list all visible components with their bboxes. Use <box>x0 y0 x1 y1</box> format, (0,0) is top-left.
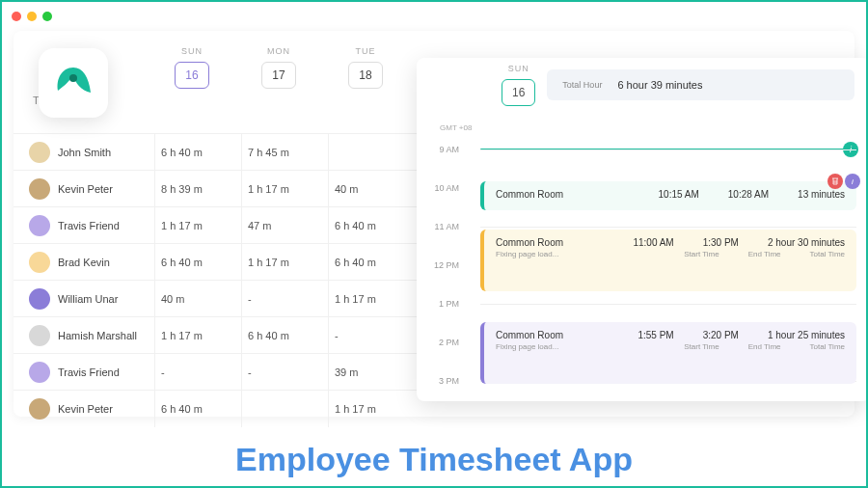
employee-name: Kevin Peter <box>58 183 154 195</box>
summary-label: Total Hour <box>562 80 602 90</box>
time-cell: 40 m <box>328 171 415 207</box>
hour-label: 9 AM <box>428 145 467 154</box>
event-title: Common Room <box>496 330 609 340</box>
page-caption: Employee Timesheet App <box>2 441 866 478</box>
time-cell: - <box>241 281 328 317</box>
employee-name: William Unar <box>58 293 154 305</box>
maximize-dot[interactable] <box>42 12 52 21</box>
event-sublabel: End Time <box>748 342 781 351</box>
event-sublabel: Total Time <box>810 342 845 351</box>
employee-name: John Smith <box>58 147 154 158</box>
detail-header: SUN 16 Total Hour 6 hour 39 minutes <box>417 58 868 112</box>
event-title: Common Room <box>496 189 630 200</box>
time-cell <box>241 391 328 427</box>
event-start: 10:15 AM <box>659 189 699 200</box>
time-cell: 47 m <box>241 207 328 244</box>
hour-label: 11 AM <box>428 222 467 231</box>
hour-line <box>480 227 856 228</box>
avatar <box>29 252 50 273</box>
day-number[interactable]: 17 <box>261 62 295 89</box>
avatar <box>29 398 50 420</box>
hour-label: 12 PM <box>428 260 467 270</box>
avatar <box>29 142 50 163</box>
hour-label: 2 PM <box>428 338 467 347</box>
time-cell: 7 h 45 m <box>241 134 328 171</box>
event-start: 1:55 PM <box>637 330 673 340</box>
avatar <box>29 215 50 236</box>
day-label: SUN <box>149 46 235 56</box>
avatar <box>29 288 50 310</box>
time-cell: - <box>328 317 415 354</box>
hour-label: 10 AM <box>428 183 467 193</box>
event-sublabel: Start Time <box>684 250 719 258</box>
event-start: 11:00 AM <box>633 237 673 248</box>
time-cell: 1 h 17 m <box>154 207 241 244</box>
hour-label: 1 PM <box>428 299 467 309</box>
time-cell: 40 m <box>154 281 241 317</box>
time-cell: 6 h 40 m <box>328 244 415 281</box>
time-cell: 6 h 40 m <box>328 207 415 244</box>
time-cell: 1 h 17 m <box>154 317 241 354</box>
day-column[interactable]: SUN16 <box>149 46 235 89</box>
day-number[interactable]: 16 <box>175 62 208 89</box>
event-duration: 13 minutes <box>798 189 845 200</box>
time-cell: 8 h 39 m <box>154 171 241 207</box>
day-label: TUE <box>322 46 409 56</box>
event-end: 10:28 AM <box>728 189 769 200</box>
time-cell <box>328 134 415 171</box>
event-title: Common Room <box>496 237 604 248</box>
event-sublabel: Total Time <box>810 250 845 258</box>
time-cell: 6 h 40 m <box>154 391 241 427</box>
employee-name: Travis Friend <box>58 220 154 231</box>
day-label: MON <box>235 46 322 56</box>
avatar <box>29 178 50 200</box>
event-sublabel: Fixing page load... <box>496 250 655 258</box>
day-number[interactable]: 18 <box>348 62 382 89</box>
event-sublabel: End Time <box>748 250 781 258</box>
time-cell: 1 h 17 m <box>328 391 415 427</box>
app-logo <box>39 48 108 118</box>
time-cell: 6 h 40 m <box>241 317 328 354</box>
event-sublabel: Start Time <box>684 342 719 351</box>
timezone-label: GMT +08 <box>440 123 472 132</box>
employee-name: Brad Kevin <box>58 257 154 268</box>
minimize-dot[interactable] <box>27 12 37 21</box>
time-cell: - <box>154 354 241 391</box>
close-dot[interactable] <box>12 12 21 21</box>
hour-line <box>480 304 856 305</box>
event-end: 1:30 PM <box>703 237 739 248</box>
summary-value: 6 hour 39 minutes <box>617 79 702 91</box>
avatar <box>29 325 50 346</box>
total-hour-summary: Total Hour 6 hour 39 minutes <box>547 69 854 100</box>
hour-label: 3 PM <box>428 376 467 386</box>
day-column[interactable]: MON17 <box>235 46 322 89</box>
event-block[interactable]: Common Room11:00 AM1:30 PM2 hour 30 minu… <box>480 230 856 291</box>
time-cell: 6 h 40 m <box>154 244 241 281</box>
svg-point-0 <box>69 74 77 82</box>
event-block[interactable]: Common Room10:15 AM10:28 AM13 minutesi <box>480 181 856 210</box>
time-cell: 1 h 17 m <box>241 244 328 281</box>
time-cell: 39 m <box>328 354 415 391</box>
timeline: 9 AM10 AM11 AM12 PM1 PM2 PM3 PMCommon Ro… <box>428 139 868 401</box>
delete-icon[interactable] <box>827 174 843 189</box>
time-cell: 6 h 40 m <box>154 134 241 171</box>
day-column[interactable]: TUE18 <box>322 46 409 89</box>
time-cell: 1 h 17 m <box>328 281 415 317</box>
window-controls <box>12 12 52 21</box>
time-cell: 1 h 17 m <box>241 171 328 207</box>
event-duration: 2 hour 30 minutes <box>768 237 845 248</box>
time-cell: - <box>241 354 328 391</box>
avatar <box>29 362 50 383</box>
event-duration: 1 hour 25 minutes <box>768 330 845 340</box>
info-icon[interactable]: i <box>845 174 860 189</box>
event-sublabel: Fixing page load... <box>496 342 655 351</box>
detail-day-number[interactable]: 16 <box>502 79 535 106</box>
event-end: 3:20 PM <box>703 330 739 340</box>
employee-name: Kevin Peter <box>58 403 154 415</box>
employee-name: Hamish Marshall <box>58 330 154 341</box>
employee-name: Travis Friend <box>58 366 154 378</box>
hour-line <box>480 149 856 150</box>
event-block[interactable]: Common Room1:55 PM3:20 PM1 hour 25 minut… <box>480 322 856 384</box>
detail-day-label: SUN <box>502 64 535 73</box>
day-detail-window: SUN 16 Total Hour 6 hour 39 minutes GMT … <box>417 58 868 401</box>
